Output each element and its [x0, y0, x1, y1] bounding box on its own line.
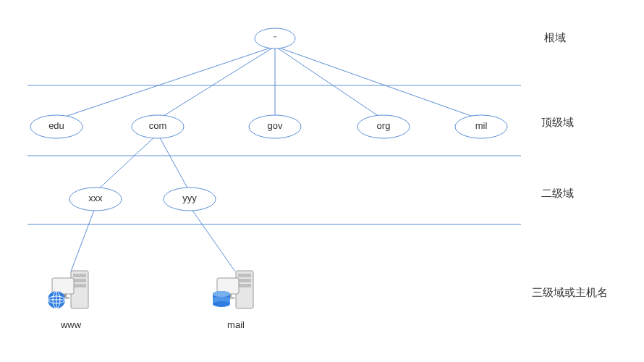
- edge: [158, 46, 275, 119]
- tld-node-com: com: [132, 115, 184, 138]
- edge: [190, 206, 235, 272]
- tld-node-org: org: [357, 115, 410, 138]
- edge: [275, 46, 481, 119]
- level-label-root: 根域: [544, 31, 566, 43]
- host-www: www: [48, 271, 88, 330]
- edge: [96, 134, 158, 192]
- host-label: www: [60, 319, 82, 330]
- tld-label: mil: [475, 120, 488, 131]
- second-node-yyy: yyy: [164, 188, 216, 211]
- tld-label: edu: [48, 120, 64, 131]
- level-label-second: 二级域: [541, 187, 574, 199]
- svg-point-32: [213, 291, 230, 297]
- host-label: mail: [227, 319, 245, 330]
- svg-rect-11: [73, 284, 86, 287]
- level-label-third: 三级域或主机名: [532, 286, 608, 298]
- svg-rect-22: [238, 279, 251, 282]
- tld-label: com: [149, 120, 167, 131]
- host-mail: mail: [213, 271, 253, 330]
- tld-node-mil: mil: [455, 115, 507, 138]
- db-server-icon: [213, 271, 253, 308]
- root-label: "": [273, 35, 277, 41]
- tld-node-gov: gov: [249, 115, 301, 138]
- second-label: yyy: [182, 193, 197, 203]
- second-label: xxx: [88, 193, 103, 203]
- web-server-icon: [48, 271, 88, 308]
- edge: [56, 46, 275, 119]
- edge: [71, 206, 96, 272]
- svg-point-31: [213, 301, 230, 307]
- tld-label: org: [377, 120, 391, 131]
- edge: [275, 46, 384, 119]
- svg-rect-23: [238, 284, 251, 287]
- svg-rect-21: [238, 274, 251, 277]
- tld-label: gov: [268, 120, 283, 131]
- dns-hierarchy-diagram: "" edu com gov org mil xxx yyy: [0, 0, 644, 362]
- edge: [158, 134, 190, 192]
- tld-node-edu: edu: [30, 115, 82, 138]
- level-label-tld: 顶级域: [541, 116, 574, 128]
- svg-rect-9: [73, 274, 86, 277]
- root-node: "": [255, 28, 295, 49]
- svg-rect-10: [73, 279, 86, 282]
- second-node-xxx: xxx: [69, 188, 122, 211]
